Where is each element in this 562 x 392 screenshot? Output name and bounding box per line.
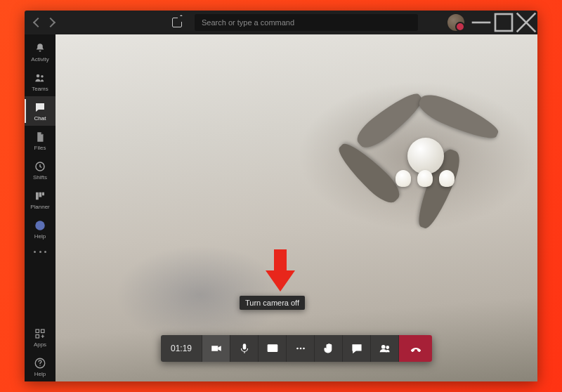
titlebar: Search or type a command — [25, 11, 537, 34]
camera-tooltip: Turn camera off — [240, 296, 305, 310]
svg-rect-16 — [242, 344, 246, 349]
svg-point-5 — [41, 75, 43, 77]
call-control-bar: 01:19 — [161, 335, 432, 362]
mic-icon — [238, 342, 251, 355]
window-maximize-button[interactable] — [492, 11, 515, 34]
more-icon — [294, 342, 307, 355]
svg-rect-13 — [36, 334, 39, 338]
ceiling-fan-image — [341, 87, 495, 221]
planner-icon — [34, 190, 46, 202]
rail-label: Apps — [34, 342, 46, 348]
svg-rect-7 — [36, 192, 39, 200]
call-timer: 01:19 — [161, 335, 202, 362]
timer-text: 01:19 — [171, 344, 192, 353]
app-rail: Activity Teams Chat Files Shifts Planner — [25, 34, 55, 381]
compose-button[interactable] — [172, 18, 182, 27]
camera-toggle-button[interactable] — [202, 335, 230, 362]
helpq-icon — [34, 357, 46, 370]
rail-item-planner[interactable]: Planner — [25, 185, 55, 214]
svg-rect-12 — [41, 329, 45, 333]
share-icon — [266, 342, 279, 355]
hangup-button[interactable] — [398, 335, 432, 362]
nav-forward-button[interactable] — [46, 18, 55, 27]
svg-point-21 — [381, 346, 385, 349]
rail-label: Teams — [32, 86, 48, 92]
bell-icon — [34, 42, 46, 55]
app-window: Search or type a command Activity Teams … — [25, 11, 537, 381]
rail-label: Chat — [34, 116, 46, 122]
svg-point-10 — [35, 221, 45, 230]
rail-label: Planner — [30, 204, 50, 210]
raise-hand-button[interactable] — [314, 335, 342, 362]
svg-point-18 — [296, 348, 299, 350]
more-actions-button[interactable] — [286, 335, 314, 362]
search-input[interactable]: Search or type a command — [195, 14, 418, 31]
people-icon — [379, 342, 391, 355]
rail-item-teams[interactable]: Teams — [25, 67, 55, 96]
help-icon — [34, 219, 46, 232]
rail-label: Help — [34, 234, 46, 240]
svg-point-20 — [303, 348, 305, 350]
rail-item-help[interactable]: Help — [25, 214, 55, 244]
search-placeholder: Search or type a command — [202, 18, 294, 27]
rail-item-apps[interactable]: Apps — [25, 322, 55, 352]
svg-point-4 — [37, 74, 40, 77]
rail-item-chat[interactable]: Chat — [25, 96, 55, 126]
mic-toggle-button[interactable] — [230, 335, 258, 362]
avatar[interactable] — [447, 14, 464, 31]
app-body: Activity Teams Chat Files Shifts Planner — [25, 34, 537, 381]
rail-more-button[interactable] — [34, 251, 46, 253]
annotation-arrow — [266, 249, 295, 293]
tooltip-text: Turn camera off — [245, 299, 299, 307]
rail-item-activity[interactable]: Activity — [25, 37, 55, 67]
svg-rect-11 — [36, 329, 39, 333]
participants-button[interactable] — [370, 335, 398, 362]
share-screen-button[interactable] — [258, 335, 286, 362]
rail-label: Activity — [31, 57, 48, 63]
svg-rect-1 — [495, 14, 512, 31]
rail-label: Files — [34, 145, 46, 151]
hand-icon — [322, 342, 335, 355]
hangup-icon — [407, 342, 424, 355]
rail-item-help-bottom[interactable]: Help — [25, 352, 55, 381]
svg-point-15 — [39, 365, 40, 365]
apps-icon — [34, 327, 46, 340]
files-icon — [34, 131, 46, 143]
video-call-area: Turn camera off 01:19 — [55, 34, 537, 381]
rail-item-shifts[interactable]: Shifts — [25, 155, 55, 185]
nav-back-button[interactable] — [33, 18, 43, 27]
rail-label: Shifts — [33, 175, 47, 181]
svg-point-22 — [386, 346, 388, 349]
chat-toggle-button[interactable] — [342, 335, 370, 362]
rail-item-files[interactable]: Files — [25, 126, 55, 155]
camera-icon — [210, 342, 223, 355]
svg-point-19 — [299, 348, 301, 350]
teams-icon — [34, 72, 46, 84]
window-minimize-button[interactable] — [470, 11, 492, 34]
svg-rect-8 — [39, 192, 42, 197]
rail-label: Help — [34, 372, 46, 377]
chat-icon — [34, 101, 46, 114]
svg-rect-9 — [42, 192, 44, 195]
window-close-button[interactable] — [515, 11, 537, 34]
chat-bubble-icon — [351, 342, 363, 355]
shifts-icon — [34, 160, 46, 173]
